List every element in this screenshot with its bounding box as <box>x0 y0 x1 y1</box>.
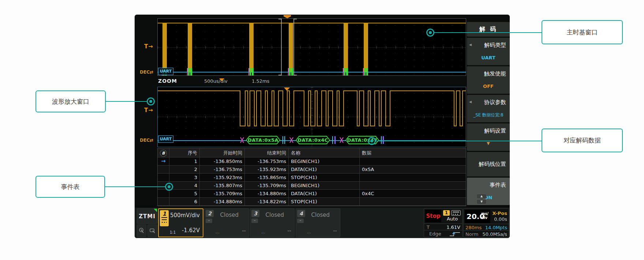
trigger-coupling-icon <box>451 210 461 216</box>
timebase-status-block[interactable]: 20.0 ms/ div X-Pos 0.00s 280ms 14.0Mpts … <box>463 208 509 237</box>
bus-icon: B <box>160 150 167 157</box>
table-header-cell: 结束时间 <box>245 149 289 157</box>
trigger-level-label: T <box>427 224 430 230</box>
menu-item-label: 事件表 <box>467 182 506 189</box>
table-cell <box>360 174 466 181</box>
pan-mode-button[interactable] <box>147 224 157 237</box>
decode-bubble: DATA:0x4C <box>296 136 330 144</box>
menu-item-label: 触发使能 <box>467 70 506 77</box>
main-trigger-level-marker[interactable]: T→ <box>144 43 153 50</box>
table-row[interactable]: 4-135.807ms-135.709msBEGIN(CH1) <box>158 182 466 190</box>
trigger-source-badge: 1 <box>443 210 450 216</box>
frame-end-marker-icon <box>284 136 285 144</box>
channel-offset: -- <box>333 227 337 234</box>
zoom-trigger-position-icon <box>284 88 290 91</box>
trigger-position-marker-icon[interactable] <box>284 15 291 18</box>
coupling-badge: – <box>206 219 212 223</box>
frame-start-marker-icon <box>240 136 244 144</box>
trigger-sweep-mode: Auto <box>443 216 461 222</box>
zoom-offset-marker-icon <box>219 78 224 81</box>
menu-item-event-table[interactable]: 事件表 ON <box>467 178 510 205</box>
channel-1-tile[interactable]: 1 500mV/div 1:1 -1.62V <box>158 208 203 237</box>
frame-end-marker-icon <box>332 136 333 144</box>
coupling-badge: – <box>297 219 304 223</box>
table-cell: BEGIN(CH1) <box>289 182 360 189</box>
channel-2-tile[interactable]: 2 – Closed -:- -- <box>204 208 249 237</box>
menu-item-label: 解码线位置 <box>467 152 506 177</box>
notice-corner-icon <box>154 209 157 212</box>
menu-item-decode-type[interactable]: ◀ 解码类型 UART <box>467 38 510 65</box>
dc-coupling-icon <box>162 219 167 224</box>
main-waveform <box>158 19 466 75</box>
xpos-label: X-Pos <box>492 211 507 216</box>
row-pointer-cell <box>158 190 169 197</box>
event-table-scrollbar: ▲ ▼ <box>476 194 487 205</box>
table-cell: -136.753ms <box>200 166 245 173</box>
channel-offset: -1.62V <box>182 227 200 234</box>
scroll-down-button[interactable]: ▼ <box>476 199 487 204</box>
zoom-trigger-level-marker[interactable]: T→ <box>144 107 153 114</box>
chevron-down-icon: ▼ <box>467 141 510 146</box>
zoom-delay-value: 1.52ms <box>252 78 269 84</box>
menu-item-value: OFF <box>467 83 510 89</box>
table-cell: -135.807ms <box>200 182 245 189</box>
coupling-badge: – <box>251 219 258 223</box>
table-cell: -135.709ms <box>200 190 245 197</box>
table-cell: -135.923ms <box>245 166 289 173</box>
acquire-mode: Norm <box>465 231 478 237</box>
table-cell <box>360 157 466 165</box>
table-cell: -135.923ms <box>200 174 245 181</box>
frame-end-marker-icon <box>381 136 382 144</box>
zoom-scale-bar: ZOOM 500us/div 1.52ms <box>135 77 465 86</box>
probe-ratio: -:- <box>216 231 220 235</box>
callout-line <box>106 101 147 102</box>
channel-2-badge: 2 <box>206 210 214 217</box>
channel-3-tile[interactable]: 3 – Closed -:- -- <box>250 208 295 237</box>
table-cell: -135.709ms <box>245 182 289 189</box>
main-decode-line-marker[interactable]: DEC⇄ <box>140 70 153 75</box>
touch-icon <box>138 227 145 234</box>
oscilloscope-screen: T→ DEC⇄ UART ZOOM 500us/div 1.52ms T→ DE… <box>135 15 510 238</box>
table-header-cell: 数据 <box>360 149 466 157</box>
table-row[interactable]: 5-135.709ms-134.880msDATA(CH1)0x4C <box>158 190 466 198</box>
scroll-up-button[interactable]: ▲ <box>476 194 487 199</box>
menu-item-decode-settings[interactable]: 解码设置 ▼ <box>467 123 510 151</box>
timebase-unit-bottom: div <box>481 216 487 220</box>
trigger-type: Edge <box>429 231 441 237</box>
frame-start-marker-icon <box>339 136 344 144</box>
sample-rate: 50.0MSa/s <box>482 231 507 237</box>
callout-marker-decode-data <box>368 137 376 145</box>
callout-marker-main-timebase <box>426 29 434 37</box>
menu-item-protocol-params[interactable]: ◀ 协议参数 _SE 数据位宽:8 <box>467 95 510 122</box>
table-header-cell: 开始时间 <box>200 149 245 157</box>
table-cell: -136.753ms <box>245 157 289 165</box>
channel-offset: -- <box>242 227 246 234</box>
callout-line <box>434 32 542 33</box>
event-table: B序号开始时间结束时间名称数据→1-136.850ms-136.753msBEG… <box>157 148 466 206</box>
zoom-decode-line-marker[interactable]: DEC⇄ <box>140 138 153 143</box>
callout-event-table: 事件表 <box>35 176 105 198</box>
memory-depth: 14.0Mpts <box>485 225 507 230</box>
callout-marker-zoom-window <box>147 97 155 105</box>
channel-3-badge: 3 <box>251 210 259 217</box>
table-row[interactable]: 6-134.880ms-134.822msSTOP(CH1) <box>158 198 466 206</box>
callout-line <box>376 141 542 141</box>
table-row[interactable]: →1-136.850ms-136.753msBEGIN(CH1) <box>158 157 466 166</box>
frame-end-marker-icon <box>282 136 283 144</box>
menu-item-trigger-enable[interactable]: 触发使能 OFF <box>467 66 510 94</box>
trigger-status-block[interactable]: Stop 1 Auto T 1.61V Edge <box>424 208 463 237</box>
table-row[interactable]: 2-136.753ms-135.923msDATA(CH1)0x5A <box>158 166 466 174</box>
touch-gesture-button[interactable] <box>137 224 146 237</box>
menu-item-value: _SE 数据位宽:8 <box>467 112 510 118</box>
menu-item-decode-line-position[interactable]: 解码线位置 <box>467 152 510 177</box>
callout-zoom-window: 波形放大窗口 <box>35 90 106 112</box>
table-cell: STOP(CH1) <box>289 198 360 205</box>
table-cell: -134.822ms <box>245 198 289 205</box>
run-state-indicator: Stop <box>425 210 441 222</box>
table-header-cell: 名称 <box>289 149 360 157</box>
table-row[interactable]: 3-135.923ms-135.865msSTOP(CH1) <box>158 174 466 182</box>
callout-line <box>105 186 165 187</box>
channel-4-tile[interactable]: 4 – Closed -:- -- <box>296 208 340 237</box>
frame-idle-marker-icon <box>383 136 384 144</box>
channel-scale: 500mV/div <box>170 212 200 219</box>
